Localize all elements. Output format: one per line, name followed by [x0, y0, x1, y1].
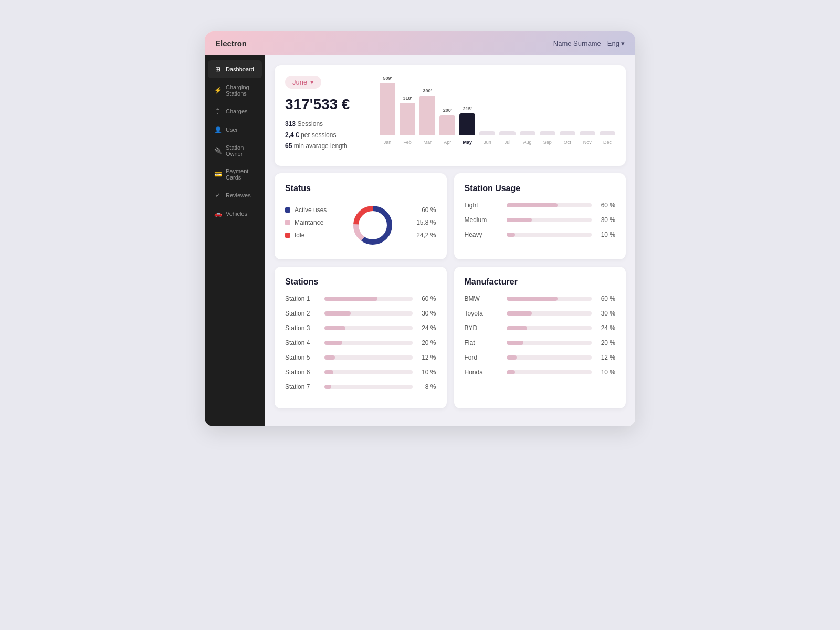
sidebar-item-user[interactable]: 👤 User — [208, 121, 262, 139]
station-usage-card: Station Usage Light 60 % Medium 30 % Hea… — [454, 173, 626, 259]
usage-row-medium: Medium 30 % — [465, 216, 616, 224]
status-pct-idle: 24,2 % — [405, 232, 436, 239]
main-layout: ⊞ Dashboard ⚡ Charging Stations ₿ Charge… — [205, 55, 635, 426]
bar-value-label-jan: 509' — [383, 76, 392, 81]
station-fill-station5 — [324, 355, 335, 360]
mfr-track-byd — [507, 326, 592, 330]
bar-rect-may — [459, 113, 475, 135]
mfr-track-honda — [507, 370, 592, 374]
bar-month-label-jun: Jun — [484, 140, 491, 145]
station-fill-station6 — [324, 370, 333, 374]
month-label: June — [292, 78, 307, 86]
station-track-station1 — [324, 297, 413, 301]
station-track-station4 — [324, 341, 413, 345]
station-pct-station3: 24 % — [418, 324, 436, 332]
station-label-station2: Station 2 — [285, 310, 319, 317]
manufacturer-card: Manufacturer BMW 60 % Toyota 30 % BYD 24… — [454, 267, 626, 408]
usage-track-medium — [507, 218, 592, 222]
dashboard-icon: ⊞ — [214, 66, 222, 73]
bar-col-oct: Oct — [560, 129, 575, 145]
sidebar-item-payment-cards[interactable]: 💳 Payment Cards — [208, 163, 262, 186]
sidebar-label-charging-stations: Charging Stations — [226, 84, 256, 97]
bar-col-sep: Sep — [540, 129, 555, 145]
status-pct-active: 60 % — [405, 206, 436, 214]
usage-track-heavy — [507, 233, 592, 237]
station-owner-icon: 🔌 — [214, 147, 222, 154]
mfr-fill-bmw — [507, 297, 558, 301]
station-pct-station6: 10 % — [418, 369, 436, 376]
month-selector[interactable]: June ▾ — [285, 76, 321, 89]
mfr-label-byd: BYD — [465, 324, 501, 332]
bar-chart: 509'Jan318'Feb390'Mar200'Apr215'MayJunJu… — [380, 76, 615, 155]
usage-pct-heavy: 10 % — [597, 231, 615, 238]
usage-pct-light: 60 % — [597, 202, 615, 209]
usage-label-heavy: Heavy — [465, 231, 501, 238]
usage-row-light: Light 60 % — [465, 202, 616, 209]
bar-rect-apr — [439, 115, 455, 135]
bar-month-label-aug: Aug — [523, 140, 532, 145]
station-pct-station2: 30 % — [418, 310, 436, 317]
bar-col-apr: 200'Apr — [439, 108, 455, 145]
donut-chart — [349, 202, 396, 249]
mfr-pct-bmw: 60 % — [597, 295, 615, 302]
legend-dot-active — [285, 207, 290, 213]
sidebar-item-station-owner[interactable]: 🔌 Station Owner — [208, 139, 262, 162]
sidebar-item-vehicles[interactable]: 🚗 Vehicles — [208, 205, 262, 223]
stations-card: Stations Station 1 60 % Station 2 30 % S… — [275, 267, 447, 408]
station-row-station-6: Station 6 10 % — [285, 369, 436, 376]
bar-col-jun: Jun — [479, 129, 495, 145]
station-track-station2 — [324, 311, 413, 316]
station-row-station-4: Station 4 20 % — [285, 339, 436, 346]
stations-manufacturer-row: Stations Station 1 60 % Station 2 30 % S… — [275, 267, 626, 408]
usage-pct-medium: 30 % — [597, 216, 615, 224]
status-usage-row: Status Active uses Maintance Idle — [275, 173, 626, 259]
station-track-station7 — [324, 385, 413, 389]
bar-rect-nov — [580, 131, 595, 135]
mfr-row-fiat: Fiat 20 % — [465, 339, 616, 346]
sidebar-item-charging-stations[interactable]: ⚡ Charging Stations — [208, 79, 262, 102]
bar-month-label-oct: Oct — [564, 140, 571, 145]
stations-rows: Station 1 60 % Station 2 30 % Station 3 … — [285, 295, 436, 391]
per-session-value: 2,4 € — [285, 131, 299, 139]
legend-label-idle: Idle — [295, 232, 304, 239]
user-name: Name Surname — [553, 39, 601, 47]
user-icon: 👤 — [214, 126, 222, 133]
status-title: Status — [285, 184, 436, 193]
app-logo: Electron — [215, 39, 247, 48]
bar-rect-feb — [400, 103, 415, 135]
bar-value-label-mar: 390' — [423, 88, 432, 93]
mfr-label-toyota: Toyota — [465, 310, 501, 317]
bar-value-label-feb: 318' — [403, 96, 412, 101]
manufacturer-title: Manufacturer — [465, 277, 616, 287]
legend-label-maintance: Maintance — [295, 219, 323, 226]
bar-value-label-may: 215' — [463, 106, 472, 111]
mfr-pct-fiat: 20 % — [597, 339, 615, 346]
station-label-station5: Station 5 — [285, 354, 319, 361]
mfr-pct-toyota: 30 % — [597, 310, 615, 317]
legend-item-idle: Idle — [285, 232, 341, 239]
bar-rect-dec — [600, 131, 615, 135]
mfr-row-byd: BYD 24 % — [465, 324, 616, 332]
lang-selector[interactable]: Eng ▾ — [607, 39, 625, 47]
bar-value-label-apr: 200' — [443, 108, 452, 113]
station-row-station-3: Station 3 24 % — [285, 324, 436, 332]
station-fill-station1 — [324, 297, 377, 301]
sidebar-label-dashboard: Dashboard — [226, 66, 254, 72]
mfr-row-toyota: Toyota 30 % — [465, 310, 616, 317]
station-fill-station4 — [324, 341, 342, 345]
station-row-station-2: Station 2 30 % — [285, 310, 436, 317]
sidebar-item-charges[interactable]: ₿ Charges — [208, 102, 262, 120]
mfr-fill-honda — [507, 370, 515, 374]
station-fill-station7 — [324, 385, 331, 389]
bar-col-jul: Jul — [499, 129, 515, 145]
content-area: June ▾ 317'533 € 313 Sessions 2,4 € per … — [265, 55, 635, 426]
bar-rect-oct — [560, 131, 575, 135]
bar-col-jan: 509'Jan — [380, 76, 395, 145]
sidebar-item-dashboard[interactable]: ⊞ Dashboard — [208, 60, 262, 78]
usage-row-heavy: Heavy 10 % — [465, 231, 616, 238]
station-fill-station3 — [324, 326, 345, 330]
top-header: Electron Name Surname Eng ▾ — [205, 32, 635, 55]
sidebar-item-reviewes[interactable]: ✓ Reviewes — [208, 186, 262, 204]
mfr-fill-byd — [507, 326, 527, 330]
bar-rect-aug — [520, 131, 536, 135]
